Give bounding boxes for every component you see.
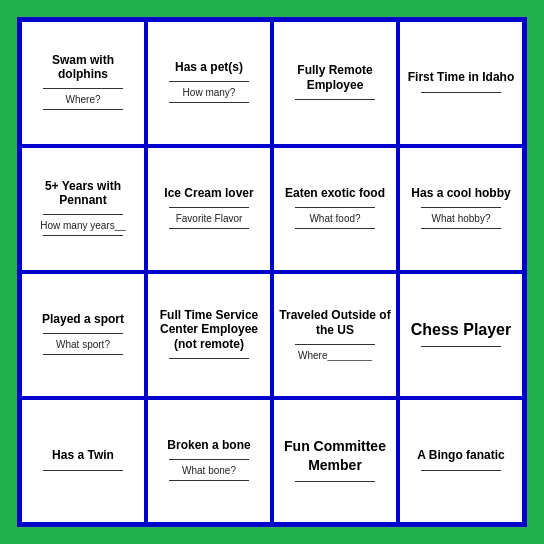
line2 — [169, 480, 249, 481]
line1 — [295, 99, 375, 100]
line1 — [43, 214, 123, 215]
line2 — [421, 228, 501, 229]
cell-swam-dolphins: Swam with dolphins Where? — [20, 20, 146, 146]
cell-sub-swam-dolphins: Where? — [65, 94, 100, 106]
line2 — [295, 228, 375, 229]
cell-sub-traveled-outside: Where________ — [298, 350, 372, 362]
cell-title-played-sport: Played a sport — [42, 312, 124, 326]
cell-title-bingo-fanatic: A Bingo fanatic — [417, 448, 505, 462]
cell-title-full-time-service: Full Time Service Center Employee (not r… — [152, 308, 266, 351]
line1 — [295, 481, 375, 482]
line1 — [421, 470, 501, 471]
cell-sub-has-pet: How many? — [183, 87, 236, 99]
cell-sub-played-sport: What sport? — [56, 339, 110, 351]
cell-fun-committee: Fun Committee Member — [272, 398, 398, 524]
cell-sub-5plus-years: How many years__ — [40, 220, 126, 232]
line1 — [295, 344, 375, 345]
line2 — [169, 102, 249, 103]
cell-sub-cool-hobby: What hobby? — [432, 213, 491, 225]
cell-title-swam-dolphins: Swam with dolphins — [26, 53, 140, 82]
cell-title-traveled-outside: Traveled Outside of the US — [278, 308, 392, 337]
cell-title-cool-hobby: Has a cool hobby — [411, 186, 510, 200]
line1 — [421, 207, 501, 208]
line2 — [43, 354, 123, 355]
cell-chess-player: Chess Player — [398, 272, 524, 398]
line2 — [43, 109, 123, 110]
line1 — [421, 92, 501, 93]
line1 — [169, 207, 249, 208]
cell-cool-hobby: Has a cool hobby What hobby? — [398, 146, 524, 272]
line1 — [43, 333, 123, 334]
line1 — [169, 459, 249, 460]
cell-sub-ice-cream: Favorite Flavor — [176, 213, 243, 225]
cell-title-chess-player: Chess Player — [411, 320, 512, 339]
line1 — [295, 207, 375, 208]
cell-title-has-pet: Has a pet(s) — [175, 60, 243, 74]
cell-exotic-food: Eaten exotic food What food? — [272, 146, 398, 272]
cell-has-twin: Has a Twin — [20, 398, 146, 524]
line2 — [43, 235, 123, 236]
cell-traveled-outside: Traveled Outside of the US Where________ — [272, 272, 398, 398]
cell-title-exotic-food: Eaten exotic food — [285, 186, 385, 200]
cell-bingo-fanatic: A Bingo fanatic — [398, 398, 524, 524]
cell-fully-remote: Fully Remote Employee — [272, 20, 398, 146]
cell-sub-broken-bone: What bone? — [182, 465, 236, 477]
cell-first-time-idaho: First Time in Idaho — [398, 20, 524, 146]
line1 — [169, 81, 249, 82]
cell-has-pet: Has a pet(s) How many? — [146, 20, 272, 146]
bingo-board: Swam with dolphins Where? Has a pet(s) H… — [17, 17, 527, 527]
line1 — [169, 358, 249, 359]
cell-broken-bone: Broken a bone What bone? — [146, 398, 272, 524]
cell-title-has-twin: Has a Twin — [52, 448, 114, 462]
cell-ice-cream: Ice Cream lover Favorite Flavor — [146, 146, 272, 272]
cell-title-first-time-idaho: First Time in Idaho — [408, 70, 514, 84]
cell-played-sport: Played a sport What sport? — [20, 272, 146, 398]
cell-5plus-years: 5+ Years with Pennant How many years__ — [20, 146, 146, 272]
cell-title-fun-committee: Fun Committee Member — [278, 437, 392, 473]
cell-sub-exotic-food: What food? — [309, 213, 360, 225]
line1 — [43, 470, 123, 471]
line1 — [43, 88, 123, 89]
cell-title-broken-bone: Broken a bone — [167, 438, 250, 452]
line1 — [421, 346, 501, 347]
line2 — [169, 228, 249, 229]
cell-full-time-service: Full Time Service Center Employee (not r… — [146, 272, 272, 398]
cell-title-ice-cream: Ice Cream lover — [164, 186, 253, 200]
cell-title-5plus-years: 5+ Years with Pennant — [26, 179, 140, 208]
cell-title-fully-remote: Fully Remote Employee — [278, 63, 392, 92]
